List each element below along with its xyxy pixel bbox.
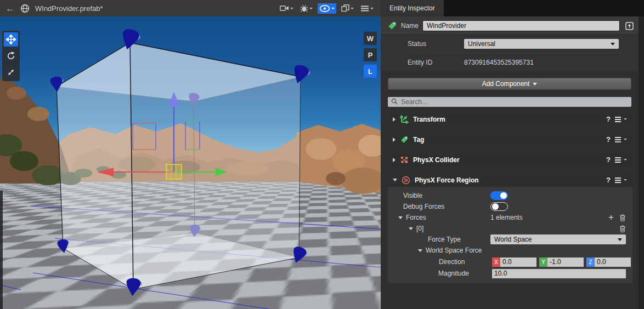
back-button[interactable]: ← <box>5 4 15 13</box>
help-icon[interactable]: ? <box>606 115 611 123</box>
rotate-icon <box>6 51 16 61</box>
visible-row: Visible <box>388 190 632 201</box>
entity-id-label: Entity ID <box>408 59 464 66</box>
component-menu-icon[interactable] <box>615 177 627 184</box>
status-dropdown[interactable]: Universal <box>464 39 619 49</box>
search-icon <box>391 98 398 105</box>
space-button-world[interactable]: W <box>364 32 377 45</box>
direction-x-input[interactable] <box>500 258 536 267</box>
component-card-physx-force-region: PhysX Force Region ? Visible <box>388 173 632 283</box>
axis-x-badge: X <box>492 258 500 267</box>
world-space-force-label: World Space Force <box>426 247 482 254</box>
physx-force-region-header[interactable]: PhysX Force Region ? <box>388 173 632 187</box>
transform-icon <box>400 115 409 124</box>
scene-overlay <box>0 16 381 309</box>
visible-toggle[interactable] <box>490 191 508 200</box>
entity-name-row: Name <box>381 16 639 35</box>
layout-options-button[interactable] <box>340 3 355 13</box>
component-card-tag: Tag ? <box>388 133 632 146</box>
move-tool-button[interactable] <box>4 32 18 47</box>
debug-options-button[interactable] <box>298 3 314 14</box>
help-icon[interactable]: ? <box>606 135 611 144</box>
entity-inspector-panel: Entity Inspector Name Status <box>381 0 644 309</box>
component-search-input[interactable] <box>388 97 631 107</box>
expander-icon[interactable] <box>393 138 396 142</box>
component-menu-icon[interactable] <box>615 136 627 143</box>
visible-label: Visible <box>403 192 422 199</box>
status-label: Status <box>408 40 464 48</box>
component-menu-icon[interactable] <box>615 157 627 163</box>
expander-icon[interactable] <box>398 216 403 219</box>
help-icon[interactable]: ? <box>606 176 611 184</box>
magnitude-row: Magnitude <box>388 268 632 279</box>
physx-force-region-body: Visible Debug Forces Forces <box>388 187 632 283</box>
forces-count: 1 elements <box>490 214 626 221</box>
help-icon[interactable]: ? <box>606 156 611 164</box>
entity-id-row: Entity ID 8730916453525395731 <box>408 53 619 71</box>
expander-icon[interactable] <box>418 249 422 252</box>
physx-collider-header[interactable]: PhysX Collider ? <box>388 153 632 167</box>
entity-properties: Status Universal Entity ID 8730916453525… <box>381 35 639 71</box>
add-component-button[interactable]: Add Component <box>388 78 631 90</box>
tag-icon <box>400 135 409 144</box>
physx-collider-icon <box>400 156 409 164</box>
bug-icon <box>300 4 308 13</box>
magnitude-input[interactable] <box>492 269 626 278</box>
expander-icon[interactable] <box>393 158 396 162</box>
gizmo-center-box[interactable] <box>166 164 182 179</box>
direction-y-input[interactable] <box>547 258 584 267</box>
magnitude-label: Magnitude <box>438 270 469 277</box>
viewport-toolbar <box>278 3 375 14</box>
transform-tool-palette <box>2 31 20 81</box>
chevron-down-icon <box>533 83 537 88</box>
chevron-down-icon <box>618 238 622 243</box>
viewport-scene[interactable]: W P L <box>0 16 381 309</box>
space-reference-buttons: W P L <box>364 32 377 78</box>
world-space-force-row: World Space Force <box>388 245 632 256</box>
expander-icon[interactable] <box>393 117 396 122</box>
forces-label: Forces <box>406 214 426 221</box>
force-type-dropdown[interactable]: World Space <box>490 234 626 244</box>
rotate-tool-button[interactable] <box>4 49 18 63</box>
visibility-options-button[interactable] <box>318 3 336 14</box>
scale-icon <box>6 67 16 77</box>
forces-row: Forces 1 elements + <box>388 212 632 223</box>
camera-options-button[interactable] <box>278 3 295 13</box>
eye-icon <box>319 4 330 13</box>
left-edge-shadow <box>0 191 3 309</box>
inspector-tabbar: Entity Inspector <box>381 0 644 16</box>
entity-name-input[interactable] <box>422 20 620 31</box>
scale-tool-button[interactable] <box>4 65 18 79</box>
direction-z-input[interactable] <box>595 258 631 267</box>
component-card-transform: Transform ? <box>388 112 632 126</box>
component-menu-icon[interactable] <box>615 116 627 123</box>
space-button-parent[interactable]: P <box>364 48 377 61</box>
debug-forces-row: Debug Forces <box>388 201 632 212</box>
tag-header[interactable]: Tag ? <box>388 133 632 146</box>
force-type-row: Force Type World Space <box>388 234 632 245</box>
axis-y-badge: Y <box>539 258 547 267</box>
camera-icon <box>280 4 289 12</box>
debug-forces-toggle[interactable] <box>490 202 508 211</box>
chevron-down-icon <box>611 43 615 48</box>
move-icon <box>6 35 16 44</box>
expander-icon[interactable] <box>393 179 397 181</box>
entity-name-options-icon[interactable] <box>624 20 635 31</box>
force-type-label: Force Type <box>428 236 461 243</box>
force-element-row: [0] <box>388 223 632 234</box>
name-label: Name <box>401 22 419 30</box>
inspector-gutter <box>639 16 644 309</box>
transform-header[interactable]: Transform ? <box>388 112 632 126</box>
viewport-panel: W P L ← WIndProvider.prefab* <box>0 0 381 309</box>
add-element-icon[interactable]: + <box>608 213 614 222</box>
trash-icon[interactable] <box>619 214 626 221</box>
expander-icon[interactable] <box>409 227 413 230</box>
physx-force-region-icon <box>402 176 410 185</box>
direction-y-field: Y <box>539 258 584 267</box>
debug-forces-label: Debug Forces <box>403 203 444 210</box>
space-button-local[interactable]: L <box>364 65 377 78</box>
viewport-menu-button[interactable] <box>359 4 375 13</box>
element-label: [0] <box>416 225 423 232</box>
trash-icon[interactable] <box>619 225 626 232</box>
tab-entity-inspector[interactable]: Entity Inspector <box>381 0 444 16</box>
